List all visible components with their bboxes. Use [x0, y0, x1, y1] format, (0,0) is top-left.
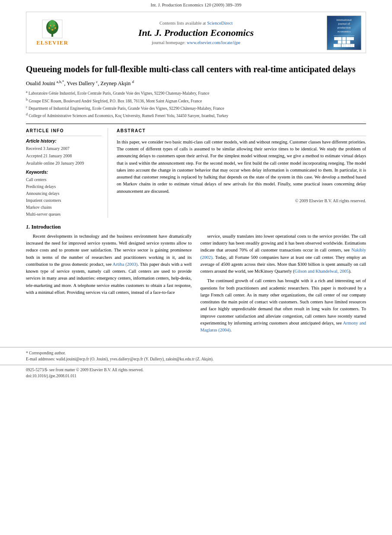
keyword-1: Call centers	[26, 176, 102, 183]
svg-point-7	[50, 25, 51, 26]
author-3: Zeynep Akşin d	[101, 80, 134, 86]
body-left-col: Recent developments in technology and th…	[26, 233, 192, 337]
abstract-text: In this paper, we consider two basic mul…	[117, 139, 366, 195]
gilson-ref[interactable]: Gilson and Khandelwal, 2005	[295, 269, 349, 274]
intro-para-2: service, usually translates into lower o…	[201, 233, 367, 275]
section1-title: 1. Introduction	[26, 224, 366, 230]
armony-ref[interactable]: Armony and Maglaras (2004)	[201, 321, 367, 332]
author-1: Oualid Jouini a,b,*	[26, 80, 64, 86]
svg-point-4	[48, 27, 50, 29]
nakibly-ref[interactable]: Nakibly (2002)	[201, 248, 367, 259]
svg-point-6	[54, 27, 56, 29]
accepted-date: Accepted 21 January 2008	[26, 153, 102, 159]
journal-cover-image: internationaljournal ofproductioneconomi…	[327, 16, 361, 50]
intro-para-1: Recent developments in technology and th…	[26, 233, 192, 296]
body-content: 1. Introduction Recent developments in t…	[0, 218, 392, 343]
citation-bar: Int. J. Production Economics 120 (2009) …	[0, 0, 392, 9]
copyright-text: © 2009 Elsevier B.V. All rights reserved…	[117, 198, 366, 203]
keyword-3: Announcing delays	[26, 190, 102, 197]
abstract-col: ABSTRACT In this paper, we consider two …	[117, 128, 366, 218]
elsevier-wordmark: ELSEVIER	[36, 39, 68, 46]
svg-point-5	[51, 29, 53, 31]
email-note: E-mail addresses: walid.jouini@ecp.fr (O…	[26, 356, 366, 362]
author-2: Yves Dallery c	[67, 80, 98, 86]
keyword-6: Multi-server queues	[26, 211, 102, 218]
article-info-col: ARTICLE INFO Article history: Received 3…	[26, 128, 108, 218]
journal-homepage: journal homepage: www.elsevier.com/locat…	[74, 40, 318, 45]
section1-heading: Introduction	[32, 224, 61, 230]
affil-d: d College of Administrative Sciences and…	[26, 112, 366, 119]
keyword-5: Markov chains	[26, 204, 102, 211]
affiliations: a Laboratoire Génie Industriel, Ecole Ce…	[26, 89, 366, 119]
online-date: Available online 20 January 2009	[26, 160, 102, 166]
footer-area: * Corresponding author. E-mail addresses…	[0, 347, 392, 365]
corresponding-note: * Corresponding author.	[26, 350, 366, 356]
article-content: Queueing models for full-flexible multi-…	[0, 53, 392, 218]
keyword-4: Impatient customers	[26, 197, 102, 204]
intro-para-3: The continued growth of call centers has…	[201, 277, 367, 334]
email-values: walid.jouini@ecp.fr (O. Jouini), yves.da…	[56, 357, 214, 361]
affil-b: b Groupe ESC Rouen, Boulevard André Sieg…	[26, 97, 366, 104]
journal-header: ELSEVIER Contents lists available at Sci…	[26, 12, 366, 53]
article-info-heading: ARTICLE INFO	[26, 128, 102, 133]
received-date: Received 3 January 2007	[26, 145, 102, 152]
info-abstract-section: ARTICLE INFO Article history: Received 3…	[26, 124, 366, 218]
history-label: Article history:	[26, 139, 102, 143]
license-text: 0925-5273/$- see front matter © 2009 Els…	[26, 367, 366, 373]
artiba-ref[interactable]: Artiba (2003)	[113, 262, 138, 267]
intro-two-col: Recent developments in technology and th…	[26, 233, 366, 337]
svg-point-3	[49, 20, 55, 28]
journal-url[interactable]: www.elsevier.com/locate/ijpe	[187, 40, 240, 45]
cover-text: internationaljournal ofproductioneconomi…	[332, 16, 356, 49]
elsevier-tree-icon	[42, 19, 63, 38]
elsevier-logo-area: ELSEVIER	[31, 19, 74, 46]
corresponding-label: * Corresponding author.	[26, 351, 66, 355]
article-title: Queueing models for full-flexible multi-…	[26, 64, 366, 75]
body-right-col: service, usually translates into lower o…	[201, 233, 367, 337]
history-dates: Received 3 January 2007 Accepted 21 Janu…	[26, 145, 102, 166]
contents-line: Contents lists available at ScienceDirec…	[74, 21, 318, 25]
affil-c: c Department of Industrial Engineering, …	[26, 105, 366, 111]
sciencedirect-link[interactable]: ScienceDirect	[207, 21, 233, 25]
svg-point-8	[54, 25, 55, 26]
doi-text: doi:10.1016/j.ijpe.2008.01.011	[26, 373, 366, 379]
keyword-2: Predicting delays	[26, 183, 102, 190]
journal-cover-area: internationaljournal ofproductioneconomi…	[318, 16, 361, 50]
journal-title-area: Contents lists available at ScienceDirec…	[74, 21, 318, 45]
abstract-heading: ABSTRACT	[117, 128, 366, 133]
authors-line: Oualid Jouini a,b,*, Yves Dallery c, Zey…	[26, 80, 366, 87]
page: Int. J. Production Economics 120 (2009) …	[0, 0, 392, 535]
affil-a: a Laboratoire Génie Industriel, Ecole Ce…	[26, 89, 366, 96]
keywords-list: Call centers Predicting delays Announcin…	[26, 176, 102, 218]
bottom-bar: 0925-5273/$- see front matter © 2009 Els…	[0, 365, 392, 381]
section1-number: 1.	[26, 224, 30, 230]
email-label: E-mail addresses:	[26, 357, 55, 361]
keywords-label: Keywords:	[26, 170, 102, 175]
journal-title: Int. J. Production Economics	[74, 27, 318, 38]
citation-text: Int. J. Production Economics 120 (2009) …	[151, 3, 242, 7]
